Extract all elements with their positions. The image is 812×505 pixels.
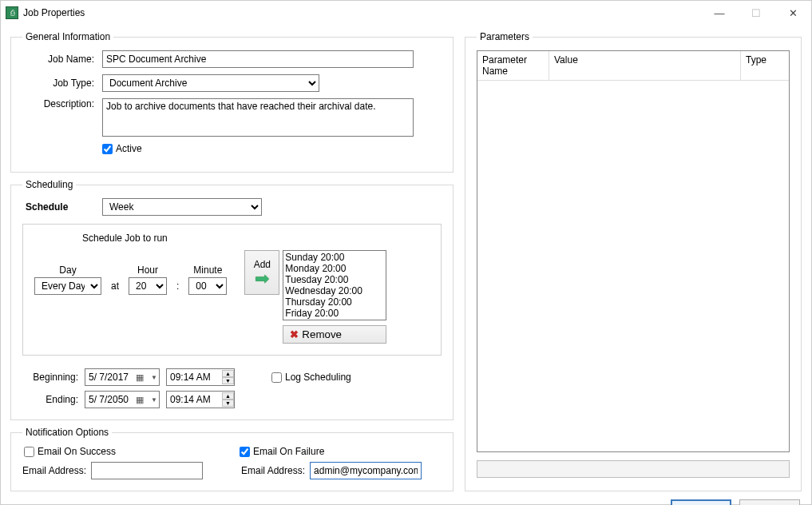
maximize-icon: ☐	[751, 7, 761, 19]
calendar-icon: ▦	[134, 372, 145, 383]
hour-label: Hour	[137, 264, 158, 276]
minute-label: Minute	[193, 264, 222, 276]
schedule-run-box: Schedule Job to run Day Every Day at Hou…	[22, 224, 442, 356]
maximize-button[interactable]: ☐	[738, 1, 774, 25]
failure-email-label: Email Address:	[241, 465, 305, 476]
schedule-entry[interactable]: Saturday 20:00	[285, 319, 384, 320]
parameters-header: Parameter Name Value Type	[477, 51, 789, 81]
log-scheduling-checkbox-wrapper[interactable]: Log Scheduling	[271, 372, 351, 383]
email-on-success-wrapper[interactable]: Email On Success	[24, 446, 208, 457]
day-label: Day	[59, 264, 76, 276]
dialog-buttons: OK Cancel	[1, 495, 811, 505]
notification-options-legend: Notification Options	[22, 427, 112, 438]
success-email-label: Email Address:	[22, 465, 86, 476]
email-on-success-checkbox[interactable]	[24, 447, 34, 457]
log-scheduling-checkbox[interactable]	[271, 372, 282, 383]
beginning-date-input[interactable]: 5/ 7/2017 ▦ ▼	[85, 368, 160, 386]
minute-select[interactable]: 00	[188, 277, 227, 295]
hour-select[interactable]: 20	[129, 277, 167, 295]
email-on-failure-label: Email On Failure	[253, 446, 324, 457]
description-textarea[interactable]: Job to archive documents that have reach…	[102, 98, 414, 137]
schedule-entry[interactable]: Friday 20:00	[285, 308, 384, 319]
active-label: Active	[116, 143, 142, 154]
remove-label: Remove	[302, 328, 342, 340]
failure-email-input[interactable]	[310, 462, 422, 479]
at-text: at	[108, 280, 122, 295]
parameters-footer	[477, 460, 790, 478]
schedule-entry[interactable]: Sunday 20:00	[285, 252, 384, 263]
job-type-select[interactable]: Document Archive	[102, 74, 319, 92]
schedule-entry[interactable]: Tuesday 20:00	[285, 274, 384, 285]
active-checkbox-wrapper[interactable]: Active	[102, 143, 142, 154]
chevron-down-icon: ▼	[151, 396, 157, 404]
schedule-entry[interactable]: Thursday 20:00	[285, 296, 384, 308]
beginning-time-input[interactable]: 09:14 AM ▲▼	[166, 368, 235, 386]
job-name-input[interactable]	[102, 50, 414, 68]
general-information-group: General Information Job Name: Job Type: …	[10, 31, 454, 173]
schedule-select[interactable]: Week	[102, 198, 262, 216]
remove-button[interactable]: ✖ Remove	[283, 325, 386, 344]
schedule-entries-list[interactable]: Sunday 20:00Monday 20:00Tuesday 20:00Wed…	[283, 250, 386, 320]
close-icon: ✕	[789, 7, 798, 19]
add-button[interactable]: Add ➡	[244, 250, 279, 295]
job-properties-window: ⎙ Job Properties — ☐ ✕ General Informati…	[0, 0, 812, 505]
col-parameter-name[interactable]: Parameter Name	[477, 51, 549, 80]
parameters-group: Parameters Parameter Name Value Type	[465, 31, 802, 491]
arrow-right-icon: ➡	[255, 272, 269, 286]
parameters-legend: Parameters	[477, 31, 533, 42]
chevron-down-icon: ▼	[151, 374, 157, 381]
email-on-failure-wrapper[interactable]: Email On Failure	[240, 446, 324, 457]
schedule-entry[interactable]: Wednesday 20:00	[285, 285, 384, 296]
scheduling-group: Scheduling Schedule Week Schedule Job to…	[10, 179, 454, 420]
description-label: Description:	[22, 98, 102, 109]
general-information-legend: General Information	[22, 31, 113, 42]
ending-time-input[interactable]: 09:14 AM ▲▼	[166, 391, 235, 408]
job-name-label: Job Name:	[22, 54, 102, 65]
minimize-icon: —	[715, 7, 725, 19]
email-on-success-label: Email On Success	[38, 446, 116, 457]
schedule-entry[interactable]: Monday 20:00	[285, 263, 384, 274]
remove-x-icon: ✖	[290, 328, 299, 340]
schedule-label: Schedule	[22, 201, 102, 213]
email-on-failure-checkbox[interactable]	[240, 447, 250, 457]
close-button[interactable]: ✕	[774, 1, 811, 25]
app-icon: ⎙	[6, 6, 18, 19]
parameters-table[interactable]: Parameter Name Value Type	[477, 50, 790, 452]
spinner-icon[interactable]: ▲▼	[222, 370, 234, 384]
notification-options-group: Notification Options Email On Success Em…	[10, 427, 454, 491]
success-email-input[interactable]	[91, 462, 203, 479]
col-value[interactable]: Value	[549, 51, 741, 80]
schedule-run-title: Schedule Job to run	[34, 233, 430, 244]
window-title: Job Properties	[23, 7, 85, 18]
scheduling-legend: Scheduling	[22, 179, 76, 190]
minimize-button[interactable]: —	[701, 1, 738, 25]
titlebar: ⎙ Job Properties — ☐ ✕	[1, 1, 811, 25]
calendar-icon: ▦	[134, 395, 145, 405]
col-type[interactable]: Type	[741, 51, 789, 80]
active-checkbox[interactable]	[102, 144, 113, 154]
ending-label: Ending:	[22, 394, 78, 405]
log-scheduling-label: Log Scheduling	[285, 372, 351, 383]
colon-text: :	[173, 280, 182, 295]
cancel-button[interactable]: Cancel	[739, 499, 800, 505]
spinner-icon[interactable]: ▲▼	[222, 392, 234, 407]
job-type-label: Job Type:	[22, 78, 102, 89]
day-select[interactable]: Every Day	[34, 277, 101, 295]
ok-button[interactable]: OK	[671, 499, 731, 505]
beginning-label: Beginning:	[22, 372, 78, 383]
ending-date-input[interactable]: 5/ 7/2050 ▦ ▼	[85, 391, 160, 408]
